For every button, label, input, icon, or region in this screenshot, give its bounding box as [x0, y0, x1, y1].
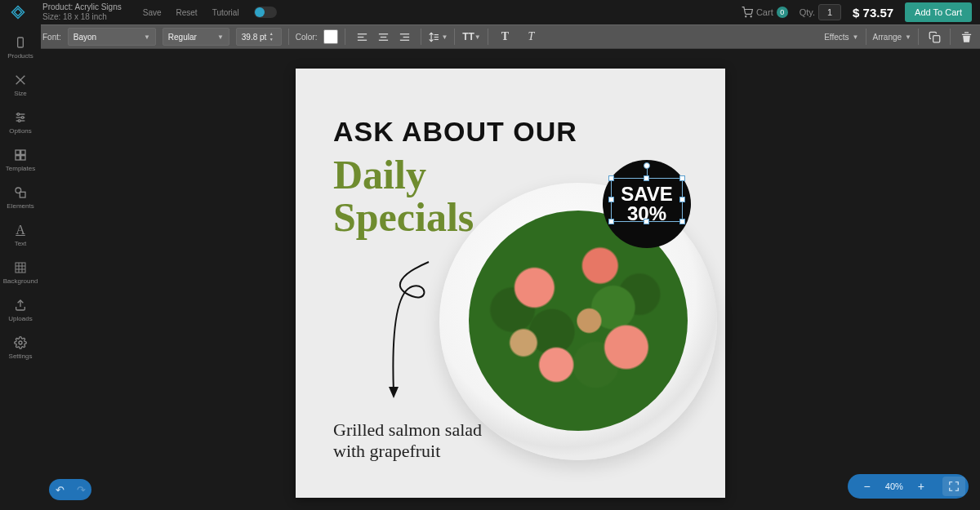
chevron-down-icon: ▼: [217, 33, 224, 41]
undo-icon[interactable]: ↶: [56, 484, 65, 496]
resize-handle[interactable]: [679, 175, 685, 181]
sidebar-item-size[interactable]: Size: [0, 67, 41, 103]
canvas-area[interactable]: ASK ABOUT OUR Daily Specials SAVE 30%: [41, 49, 980, 510]
price-display: $ 73.57: [853, 6, 893, 20]
resize-handle[interactable]: [608, 197, 614, 202]
duplicate-icon[interactable]: [925, 28, 943, 46]
text-icon: A: [13, 223, 28, 237]
qty-label: Qty.: [800, 7, 815, 17]
align-right-icon[interactable]: [394, 28, 414, 46]
sidebar-item-settings[interactable]: Settings: [0, 330, 41, 366]
svg-rect-33: [16, 263, 25, 273]
cart-label: Cart: [756, 7, 773, 17]
add-to-cart-button[interactable]: Add To Cart: [905, 2, 972, 22]
sidebar-item-templates[interactable]: Templates: [0, 142, 41, 178]
canvas-specials-text[interactable]: Daily Specials: [333, 153, 474, 238]
resize-handle[interactable]: [679, 197, 685, 202]
line-height-icon[interactable]: ▼: [428, 28, 448, 46]
svg-rect-18: [18, 38, 24, 47]
svg-rect-29: [16, 156, 20, 160]
cart-button[interactable]: Cart 0: [742, 7, 788, 18]
product-name: Product: Acrylic Signs: [42, 2, 122, 12]
svg-point-38: [19, 341, 22, 344]
tutorial-button[interactable]: Tutorial: [212, 8, 239, 17]
zoom-value: 40%: [885, 481, 903, 491]
selection-box[interactable]: [611, 178, 683, 222]
canvas-arrow-icon[interactable]: [384, 258, 449, 405]
svg-rect-17: [933, 35, 939, 42]
zoom-control[interactable]: − 40% +: [848, 474, 969, 499]
left-sidebar: Products Size Options Templates Elements…: [0, 24, 41, 510]
rotate-handle[interactable]: [644, 162, 650, 169]
redo-icon[interactable]: ↷: [77, 484, 86, 496]
options-icon: [13, 110, 28, 125]
zoom-in-icon[interactable]: +: [915, 480, 928, 493]
chevron-down-icon: ▼: [144, 33, 150, 41]
elements-icon: [13, 185, 28, 200]
size-up-icon[interactable]: ▲: [270, 31, 274, 37]
resize-handle[interactable]: [644, 219, 649, 224]
svg-rect-32: [20, 192, 25, 197]
delete-icon[interactable]: [957, 28, 975, 46]
align-left-icon[interactable]: [352, 28, 372, 46]
app-logo[interactable]: [5, 0, 31, 24]
uploads-icon: [13, 298, 28, 313]
cart-icon: [742, 7, 753, 18]
chevron-down-icon: ▼: [853, 33, 859, 41]
undo-redo-control[interactable]: ↶ ↷: [49, 479, 91, 500]
product-info: Product: Acrylic Signs Size: 18 x 18 inc…: [42, 2, 122, 22]
align-center-icon[interactable]: [373, 28, 393, 46]
svg-point-2: [746, 16, 746, 17]
font-family-select[interactable]: Bayon▼: [68, 28, 156, 46]
size-down-icon[interactable]: ▼: [270, 37, 274, 42]
text-toolbar: Font: Bayon▼ Regular▼ ▲▼ Color: ▼ TT ▼ T…: [0, 24, 980, 49]
size-icon: [13, 73, 28, 87]
save-button[interactable]: Save: [143, 8, 162, 17]
arrange-dropdown[interactable]: Arrange▼: [873, 33, 912, 42]
svg-marker-1: [15, 9, 22, 16]
zoom-out-icon[interactable]: −: [861, 480, 874, 493]
canvas-headline[interactable]: ASK ABOUT OUR: [333, 116, 577, 148]
sidebar-item-options[interactable]: Options: [0, 104, 41, 140]
svg-rect-28: [21, 150, 25, 154]
text-color-swatch[interactable]: [323, 29, 338, 44]
font-size-input[interactable]: ▲▼: [236, 28, 282, 46]
product-size: Size: 18 x 18 inch: [42, 12, 122, 22]
italic-icon[interactable]: T: [521, 28, 541, 46]
qty-input[interactable]: [818, 4, 841, 20]
svg-point-25: [21, 117, 24, 119]
text-case-icon[interactable]: TT ▼: [461, 28, 481, 46]
svg-rect-30: [21, 156, 25, 160]
sidebar-item-elements[interactable]: Elements: [0, 180, 41, 215]
dark-mode-toggle[interactable]: [254, 7, 277, 18]
background-icon: [13, 260, 28, 275]
color-label: Color:: [296, 33, 318, 42]
bold-icon[interactable]: T: [495, 28, 514, 46]
effects-dropdown[interactable]: Effects▼: [824, 33, 858, 42]
products-icon: [13, 35, 28, 50]
resize-handle[interactable]: [644, 175, 649, 181]
svg-point-26: [18, 120, 20, 122]
templates-icon: [13, 148, 28, 162]
sidebar-item-background[interactable]: Background: [0, 255, 41, 290]
svg-point-3: [751, 16, 751, 17]
svg-rect-27: [16, 150, 20, 154]
sidebar-item-products[interactable]: Products: [0, 29, 41, 65]
font-label: Font:: [42, 33, 61, 42]
canvas-description[interactable]: Grilled salmon salad with grapefruit: [333, 419, 482, 462]
chevron-down-icon: ▼: [442, 33, 448, 41]
fullscreen-icon[interactable]: [942, 477, 965, 496]
sidebar-item-text[interactable]: A Text: [0, 217, 41, 253]
font-weight-select[interactable]: Regular▼: [163, 28, 229, 46]
resize-handle[interactable]: [679, 219, 685, 224]
chevron-down-icon: ▼: [905, 33, 911, 41]
resize-handle[interactable]: [608, 175, 614, 181]
cart-count-badge: 0: [777, 7, 788, 18]
reset-button[interactable]: Reset: [176, 8, 198, 17]
resize-handle[interactable]: [608, 219, 614, 224]
svg-marker-39: [389, 387, 399, 398]
gear-icon: [13, 335, 28, 350]
chevron-down-icon: ▼: [474, 33, 481, 41]
artboard[interactable]: ASK ABOUT OUR Daily Specials SAVE 30%: [296, 69, 725, 498]
sidebar-item-uploads[interactable]: Uploads: [0, 292, 41, 328]
